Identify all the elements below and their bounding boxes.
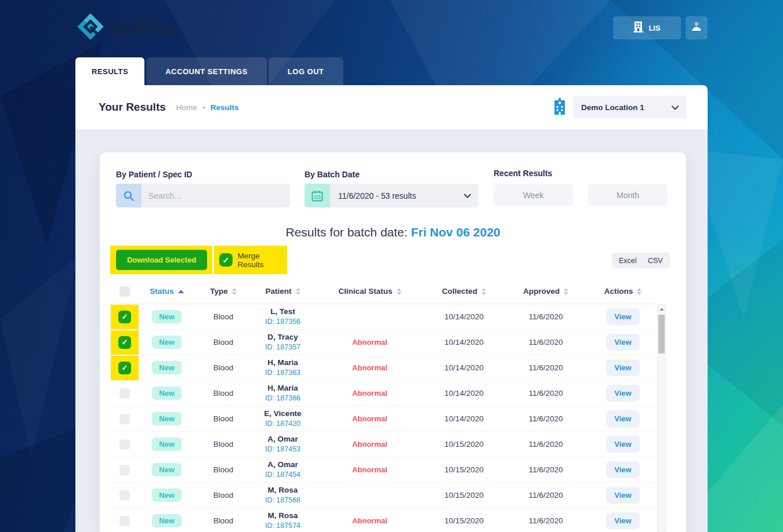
breadcrumb: Home Results <box>176 103 239 112</box>
chevron-down-icon <box>464 184 478 207</box>
search-input[interactable] <box>142 184 290 207</box>
scrollbar-thumb[interactable] <box>658 315 665 354</box>
table-body: New Blood L, Test ID: 187356 10/14/2020 … <box>110 304 656 532</box>
view-button[interactable]: View <box>606 334 639 351</box>
search-icon[interactable] <box>116 184 142 207</box>
status-badge: New <box>152 412 182 425</box>
tab-log-out[interactable]: LOG OUT <box>269 57 343 85</box>
column-header-actions[interactable]: Actions <box>590 287 656 296</box>
breadcrumb-home[interactable]: Home <box>176 103 197 112</box>
sort-asc-icon <box>178 290 184 293</box>
download-highlight: Download Selected <box>110 246 212 274</box>
view-button[interactable]: View <box>606 512 639 529</box>
tab-account-settings-label: ACCOUNT SETTINGS <box>165 67 248 76</box>
gorev-app: GoRev LIS <box>0 0 783 532</box>
patient-spec-id[interactable]: ID: 187568 <box>265 495 300 505</box>
breadcrumb-results[interactable]: Results <box>211 103 239 112</box>
merge-results-label: Merge Results <box>238 252 287 269</box>
patient-spec-id[interactable]: ID: 187357 <box>265 342 300 352</box>
status-badge: New <box>152 489 182 502</box>
column-header-approved[interactable]: Approved <box>502 287 590 296</box>
checkbox-highlight <box>111 381 139 406</box>
patient-name: D, Tracy <box>267 332 298 342</box>
view-button[interactable]: View <box>606 487 639 504</box>
patient-filter-label: By Patient / Spec ID <box>116 170 192 179</box>
row-checkbox[interactable] <box>118 336 131 349</box>
page-header: Your Results Home Results Demo Location … <box>75 85 708 129</box>
status-badge: New <box>152 387 182 400</box>
view-button[interactable]: View <box>606 410 639 427</box>
approved-cell: 11/6/2020 <box>502 389 590 398</box>
view-button[interactable]: View <box>606 308 639 325</box>
row-checkbox[interactable] <box>119 388 130 399</box>
merge-results-checkbox[interactable] <box>219 253 233 267</box>
scrollbar-up-arrow[interactable] <box>658 305 665 314</box>
recent-results-label: Recent Results <box>494 169 552 178</box>
patient-spec-id[interactable]: ID: 187363 <box>265 368 300 378</box>
clinical-status-cell: Abnormal <box>313 465 426 474</box>
patient-name: M, Rosa <box>268 485 298 495</box>
row-checkbox[interactable] <box>119 516 130 526</box>
patient-spec-id[interactable]: ID: 187574 <box>265 521 300 531</box>
month-button[interactable]: Month <box>588 184 668 206</box>
patient-name: M, Rosa <box>268 511 298 521</box>
column-header-type[interactable]: Type <box>194 287 252 296</box>
status-badge: New <box>152 463 182 476</box>
merge-highlight: Merge Results <box>214 246 287 274</box>
patient-cell: A, Omar ID: 187454 <box>252 460 313 480</box>
column-header-clinical-status[interactable]: Clinical Status <box>313 287 426 296</box>
batch-date-label: By Batch Date <box>304 170 360 179</box>
patient-cell: E, Vicente ID: 187420 <box>252 409 313 429</box>
type-cell: Blood <box>194 389 252 398</box>
table-row: New Blood M, Rosa ID: 187574 Abnormal 10… <box>110 508 656 532</box>
download-selected-button[interactable]: Download Selected <box>116 250 207 270</box>
gorev-logo: GoRev <box>75 12 179 44</box>
table-scrollbar[interactable] <box>657 304 666 532</box>
row-checkbox[interactable] <box>118 362 131 374</box>
patient-spec-id[interactable]: ID: 187454 <box>265 470 300 480</box>
view-button[interactable]: View <box>606 385 639 402</box>
calendar-icon <box>304 184 330 207</box>
patient-spec-id[interactable]: ID: 187366 <box>265 393 300 403</box>
avatar-button[interactable] <box>686 16 708 39</box>
lis-button[interactable]: LIS <box>613 16 681 39</box>
collected-cell: 10/14/2020 <box>426 338 502 347</box>
week-button[interactable]: Week <box>494 184 573 206</box>
tab-results[interactable]: RESULTS <box>75 57 144 85</box>
approved-cell: 11/6/2020 <box>502 312 590 321</box>
view-button[interactable]: View <box>606 461 639 478</box>
tab-log-out-label: LOG OUT <box>288 67 324 76</box>
approved-cell: 11/6/2020 <box>502 491 590 500</box>
gorev-logo-icon <box>75 12 106 44</box>
type-cell: Blood <box>194 338 252 347</box>
row-checkbox[interactable] <box>119 439 130 450</box>
patient-spec-id[interactable]: ID: 187453 <box>265 444 300 454</box>
patient-spec-id[interactable]: ID: 187356 <box>265 317 300 327</box>
batch-date-select[interactable]: 11/6/2020 - 53 results <box>304 184 478 207</box>
view-button[interactable]: View <box>606 436 639 453</box>
location-select[interactable]: Demo Location 1 <box>573 96 687 118</box>
type-cell: Blood <box>194 516 252 525</box>
excel-button[interactable]: Excel <box>612 253 644 268</box>
row-checkbox[interactable] <box>118 311 131 323</box>
csv-button[interactable]: CSV <box>641 253 670 268</box>
patient-cell: A, Omar ID: 187453 <box>252 434 313 454</box>
row-checkbox[interactable] <box>119 414 130 424</box>
sort-icon <box>637 288 641 295</box>
column-header-status[interactable]: Status <box>139 287 194 296</box>
select-all-checkbox[interactable] <box>119 286 130 297</box>
row-checkbox[interactable] <box>119 490 130 501</box>
patient-spec-id[interactable]: ID: 187420 <box>265 419 300 429</box>
breadcrumb-separator <box>202 106 205 109</box>
row-checkbox[interactable] <box>119 465 130 475</box>
column-header-collected[interactable]: Collected <box>426 287 502 296</box>
column-header-patient[interactable]: Patient <box>252 287 313 296</box>
patient-name: H, Maria <box>267 383 298 393</box>
batch-results-heading: Results for batch date: Fri Nov 06 2020 <box>100 225 686 239</box>
location-select-value: Demo Location 1 <box>581 103 644 112</box>
hospital-icon <box>553 98 567 117</box>
lis-button-label: LIS <box>648 24 660 32</box>
view-button[interactable]: View <box>606 359 639 376</box>
top-bar-actions: LIS <box>613 16 708 39</box>
tab-account-settings[interactable]: ACCOUNT SETTINGS <box>146 57 267 85</box>
